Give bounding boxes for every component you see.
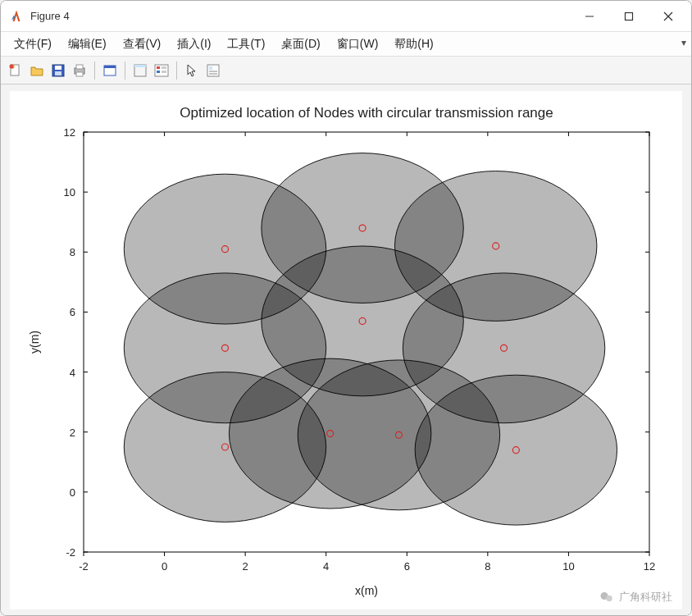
legend-button[interactable]: [152, 61, 171, 80]
svg-rect-23: [209, 66, 212, 70]
y-tick-label: -2: [66, 546, 75, 559]
toolbar: [1, 57, 691, 84]
svg-point-6: [10, 64, 14, 68]
toolbar-separator: [176, 62, 177, 80]
menu-view[interactable]: 查看(V): [115, 34, 170, 55]
matlab-logo-icon: [9, 9, 24, 24]
menu-tools[interactable]: 工具(T): [219, 34, 273, 55]
save-button[interactable]: [48, 61, 68, 80]
x-tick-label: -2: [79, 560, 89, 573]
minimize-button[interactable]: [570, 2, 609, 30]
chart-container: Optimized location of Nodes with circula…: [10, 91, 682, 609]
svg-rect-16: [134, 65, 146, 67]
chart-title: Optimized location of Nodes with circula…: [180, 105, 553, 121]
y-tick-label: 6: [70, 306, 75, 318]
menu-help[interactable]: 帮助(H): [386, 34, 441, 55]
y-tick-label: 12: [64, 126, 75, 139]
x-tick-label: 4: [323, 560, 329, 573]
figure-window-button[interactable]: [100, 61, 120, 80]
y-tick-label: 2: [70, 426, 75, 438]
menu-edit[interactable]: 编辑(E): [60, 34, 115, 55]
window-title: Figure 4: [30, 10, 70, 22]
toolbar-separator: [125, 62, 125, 80]
menu-file[interactable]: 文件(F): [6, 34, 60, 55]
svg-rect-11: [76, 65, 83, 69]
menubar-expand-icon[interactable]: ▾: [681, 37, 686, 48]
titlebar[interactable]: Figure 4: [1, 1, 691, 32]
x-tick-label: 0: [162, 560, 167, 573]
y-tick-label: 4: [70, 366, 75, 378]
x-tick-label: 10: [562, 560, 574, 573]
y-tick-label: 8: [70, 246, 75, 258]
svg-rect-1: [626, 12, 633, 20]
x-tick-label: 6: [404, 560, 410, 573]
close-button[interactable]: [649, 2, 688, 30]
open-button[interactable]: [27, 61, 47, 80]
print-button[interactable]: [70, 61, 89, 80]
pointer-button[interactable]: [182, 61, 202, 80]
wechat-icon: [599, 590, 614, 605]
toolbar-separator: [94, 62, 95, 80]
menubar: 文件(F) 编辑(E) 查看(V) 插入(I) 工具(T) 桌面(D) 窗口(W…: [1, 32, 691, 57]
menu-desktop[interactable]: 桌面(D): [273, 34, 328, 55]
x-tick-label: 8: [485, 560, 490, 573]
new-file-button[interactable]: [6, 61, 25, 80]
svg-rect-12: [76, 72, 83, 76]
figure-window: Figure 4 文件(F) 编辑(E) 查看(V) 插入(I) 工具(T) 桌…: [0, 0, 692, 616]
svg-rect-18: [157, 66, 160, 69]
svg-rect-19: [157, 71, 160, 73]
svg-point-28: [606, 595, 612, 601]
plot-area: Optimized location of Nodes with circula…: [1, 84, 691, 615]
menu-insert[interactable]: 插入(I): [169, 34, 219, 55]
maximize-button[interactable]: [609, 2, 649, 30]
range-circle: [415, 375, 617, 525]
x-tick-label: 12: [644, 560, 655, 573]
chart[interactable]: Optimized location of Nodes with circula…: [10, 91, 682, 609]
svg-rect-21: [162, 71, 166, 73]
x-axis-label: x(m): [355, 584, 378, 597]
watermark-text: 广角科研社: [619, 590, 672, 605]
dock-button[interactable]: [130, 61, 150, 80]
svg-rect-14: [104, 66, 116, 68]
transmission-circles: [124, 153, 617, 524]
y-tick-label: 0: [70, 486, 75, 498]
y-axis-label: y(m): [28, 331, 41, 354]
svg-rect-8: [55, 66, 61, 70]
svg-rect-9: [55, 71, 61, 75]
watermark: 广角科研社: [599, 590, 672, 605]
svg-rect-20: [162, 66, 166, 69]
inspect-button[interactable]: [203, 61, 223, 80]
menu-window[interactable]: 窗口(W): [329, 34, 387, 55]
y-tick-label: 10: [64, 186, 75, 198]
x-tick-label: 2: [243, 560, 248, 573]
